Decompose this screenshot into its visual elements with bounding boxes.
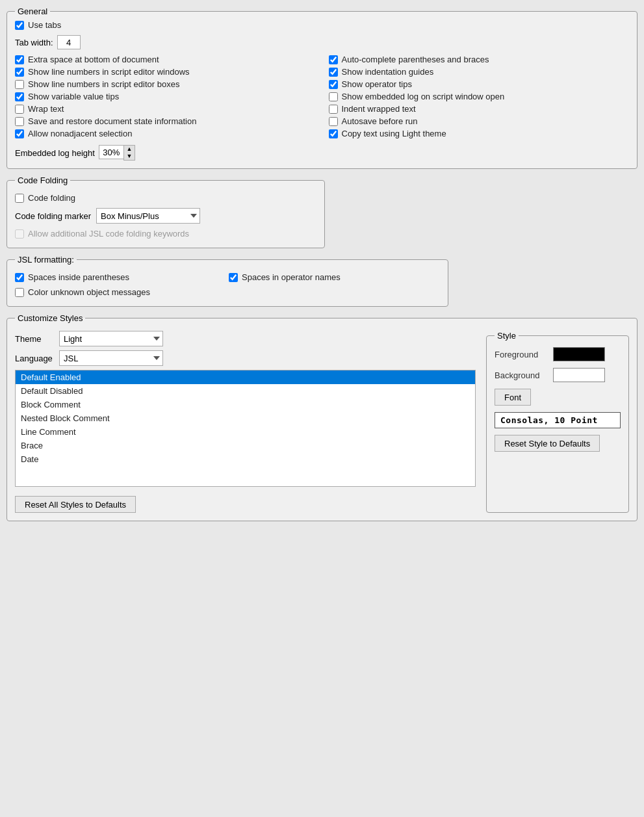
style-list[interactable]: Default Enabled Default Disabled Block C… [15, 370, 476, 487]
color-unknown-label: Color unknown object messages [28, 287, 150, 297]
show-indentation-label: Show indentation guides [342, 67, 434, 77]
code-folding-marker-select[interactable]: Box Minus/Plus Circle Minus/Plus Arrow [96, 208, 200, 224]
style-list-item[interactable]: Default Disabled [16, 384, 475, 398]
checkbox-show-embedded-log: Show embedded log on script window open [329, 90, 630, 103]
spaces-inside-checkbox[interactable] [15, 273, 24, 282]
style-list-item[interactable]: Date [16, 452, 475, 466]
checkbox-show-operator-tips: Show operator tips [329, 78, 630, 90]
autocomplete-checkbox[interactable] [329, 55, 338, 64]
customize-left: Theme Light Dark Language JSL Python De [15, 331, 476, 513]
allow-jsl-checkbox[interactable] [15, 229, 24, 239]
embedded-log-spinner: ▲ ▼ [99, 145, 135, 161]
show-line-windows-label: Show line numbers in script editor windo… [28, 67, 190, 77]
code-folding-marker-label: Code folding marker [15, 211, 91, 221]
code-folding-marker-row: Code folding marker Box Minus/Plus Circl… [15, 208, 316, 224]
checkbox-indent-wrapped: Indent wrapped text [329, 103, 630, 115]
spaces-operator-row: Spaces in operator names [229, 271, 440, 283]
show-indentation-checkbox[interactable] [329, 68, 338, 77]
extra-space-label: Extra space at bottom of document [28, 55, 159, 64]
language-select[interactable]: JSL Python [59, 350, 163, 366]
checkbox-autosave: Autosave before run [329, 115, 630, 127]
indent-wrapped-label: Indent wrapped text [342, 104, 416, 114]
wrap-text-label: Wrap text [28, 104, 64, 114]
tab-width-label: Tab width: [15, 38, 53, 47]
reset-style-button[interactable]: Reset Style to Defaults [495, 435, 600, 452]
background-row: Background [495, 368, 621, 382]
code-folding-label: Code folding [28, 193, 75, 203]
embedded-log-label: Embedded log height [15, 148, 95, 158]
copy-light-checkbox[interactable] [329, 129, 338, 138]
reset-style-container: Reset Style to Defaults [495, 435, 621, 452]
use-tabs-checkbox-row: Use tabs [15, 19, 61, 31]
checkbox-show-line-boxes: Show line numbers in script editor boxes [15, 78, 316, 90]
tab-width-row: Tab width: [15, 35, 629, 49]
autosave-label: Autosave before run [342, 116, 418, 126]
show-embedded-log-label: Show embedded log on script window open [342, 92, 505, 101]
general-checkboxes-grid: Extra space at bottom of document Show l… [15, 53, 629, 140]
jsl-formatting-grid: Spaces inside parentheses Spaces in oper… [15, 271, 440, 283]
tab-width-input[interactable] [57, 35, 81, 49]
checkbox-save-restore: Save and restore document state informat… [15, 115, 316, 127]
spaces-operator-checkbox[interactable] [229, 273, 238, 282]
allow-jsl-label: Allow additional JSL code folding keywor… [28, 229, 189, 239]
reset-all-styles-button[interactable]: Reset All Styles to Defaults [15, 496, 136, 513]
language-label: Language [15, 354, 54, 363]
checkbox-show-indentation: Show indentation guides [329, 66, 630, 78]
code-folding-checkbox[interactable] [15, 194, 24, 203]
show-embedded-log-checkbox[interactable] [329, 92, 338, 101]
spinner-down-button[interactable]: ▼ [124, 153, 135, 160]
style-list-item[interactable]: Nested Block Comment [16, 411, 475, 425]
embedded-log-input[interactable] [99, 145, 123, 159]
autosave-checkbox[interactable] [329, 117, 338, 126]
general-legend: General [15, 6, 50, 16]
jsl-formatting-section: JSL formatting: Spaces inside parenthese… [6, 255, 448, 307]
extra-space-checkbox[interactable] [15, 55, 24, 64]
background-label: Background [495, 370, 547, 380]
save-restore-checkbox[interactable] [15, 117, 24, 126]
checkbox-extra-space: Extra space at bottom of document [15, 53, 316, 66]
font-button[interactable]: Font [495, 389, 531, 406]
wrap-text-checkbox[interactable] [15, 105, 24, 114]
show-variable-tips-checkbox[interactable] [15, 92, 24, 101]
font-button-container: Font [495, 389, 621, 406]
general-section: General Use tabs Tab width: Extra space … [6, 6, 638, 169]
customize-styles-legend: Customize Styles [15, 313, 85, 323]
allow-nonadjacent-checkbox[interactable] [15, 129, 24, 138]
style-list-item[interactable]: Default Enabled [16, 370, 475, 384]
style-panel: Style Foreground Background Font Consola… [486, 331, 629, 513]
jsl-formatting-legend: JSL formatting: [15, 255, 77, 265]
code-folding-checkbox-row: Code folding [15, 192, 316, 204]
style-list-item[interactable]: Line Comment [16, 425, 475, 439]
spaces-inside-label: Spaces inside parentheses [28, 272, 129, 282]
save-restore-label: Save and restore document state informat… [28, 116, 196, 126]
spinner-up-button[interactable]: ▲ [124, 146, 135, 153]
checkbox-allow-nonadjacent: Allow nonadjacent selection [15, 127, 316, 140]
foreground-swatch[interactable] [553, 347, 605, 361]
use-tabs-row: Use tabs [15, 19, 629, 31]
page-container: General Use tabs Tab width: Extra space … [6, 6, 638, 521]
show-operator-tips-checkbox[interactable] [329, 80, 338, 89]
indent-wrapped-checkbox[interactable] [329, 105, 338, 114]
show-line-windows-checkbox[interactable] [15, 68, 24, 77]
spaces-operator-label: Spaces in operator names [242, 272, 341, 282]
theme-select[interactable]: Light Dark [59, 331, 163, 346]
color-unknown-checkbox[interactable] [15, 288, 24, 297]
foreground-label: Foreground [495, 350, 547, 359]
customize-content: Theme Light Dark Language JSL Python De [15, 331, 629, 513]
foreground-row: Foreground [495, 347, 621, 361]
customize-styles-section: Customize Styles Theme Light Dark Langua… [6, 313, 638, 521]
font-preview: Consolas, 10 Point [495, 412, 621, 428]
show-line-boxes-label: Show line numbers in script editor boxes [28, 79, 179, 89]
use-tabs-checkbox[interactable] [15, 21, 24, 30]
style-list-item[interactable]: Brace [16, 439, 475, 452]
theme-label: Theme [15, 334, 54, 344]
allow-nonadjacent-label: Allow nonadjacent selection [28, 129, 132, 138]
show-variable-tips-label: Show variable value tips [28, 92, 119, 101]
background-swatch[interactable] [553, 368, 605, 382]
show-operator-tips-label: Show operator tips [342, 79, 412, 89]
checkbox-show-line-windows: Show line numbers in script editor windo… [15, 66, 316, 78]
show-line-boxes-checkbox[interactable] [15, 80, 24, 89]
checkbox-autocomplete: Auto-complete parentheses and braces [329, 53, 630, 66]
copy-light-label: Copy text using Light theme [342, 129, 446, 138]
style-list-item[interactable]: Block Comment [16, 398, 475, 411]
